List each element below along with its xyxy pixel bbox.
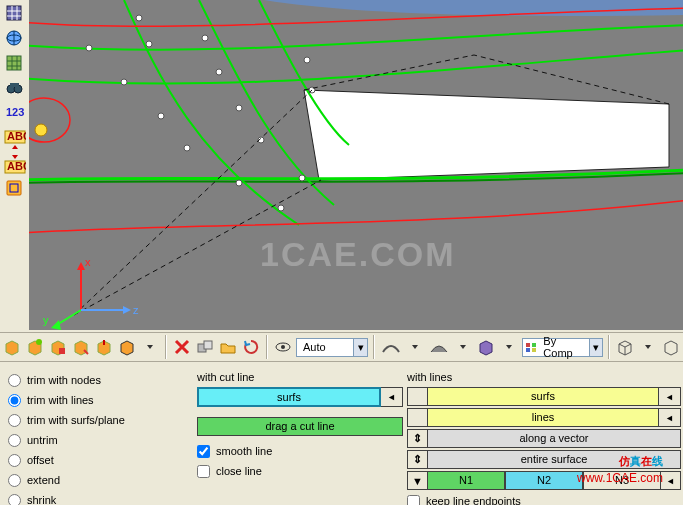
radio-extend[interactable]: extend xyxy=(6,471,189,489)
svg-point-29 xyxy=(236,180,242,186)
svg-text:y: y xyxy=(43,314,49,326)
svg-rect-0 xyxy=(7,6,21,20)
dd4-icon[interactable] xyxy=(499,336,519,358)
box-orange-icon[interactable] xyxy=(2,336,22,358)
svg-point-20 xyxy=(202,35,208,41)
auto-combo[interactable]: Auto ▾ xyxy=(296,338,368,357)
folder-icon[interactable] xyxy=(218,336,238,358)
svg-text:x: x xyxy=(85,256,91,268)
svg-point-23 xyxy=(304,57,310,63)
dd-icon[interactable] xyxy=(140,336,160,358)
options-panel: trim with nodes trim with lines trim wit… xyxy=(0,363,683,505)
keep-endpoints-check[interactable]: keep line endpoints xyxy=(407,492,681,505)
surfs-button[interactable]: surfs xyxy=(197,387,381,407)
svg-point-17 xyxy=(35,124,47,136)
select-box-icon[interactable] xyxy=(3,177,27,201)
radio-untrim[interactable]: untrim xyxy=(6,431,189,449)
cube-purple-icon[interactable] xyxy=(476,336,496,358)
box3-icon[interactable] xyxy=(48,336,68,358)
svg-point-32 xyxy=(136,15,142,21)
wire2-icon[interactable] xyxy=(661,336,681,358)
bycomp-combo-label: By Comp xyxy=(537,334,589,360)
surfs-button-2[interactable]: surfs xyxy=(427,387,659,406)
bycomp-combo[interactable]: By Comp ▾ xyxy=(522,338,603,357)
binoculars-icon[interactable] xyxy=(3,77,27,101)
abc-up-icon[interactable]: ABC xyxy=(3,152,27,176)
svg-text:ABC: ABC xyxy=(7,160,26,172)
updown-toggle[interactable]: ⇕ xyxy=(407,429,427,448)
chevron-down-icon[interactable]: ▾ xyxy=(589,339,602,356)
svg-point-30 xyxy=(299,175,305,181)
updown-toggle[interactable]: ⇕ xyxy=(407,450,427,469)
lines-button[interactable]: lines xyxy=(427,408,659,427)
radio-offset[interactable]: offset xyxy=(6,451,189,469)
radio-column: trim with nodes trim with lines trim wit… xyxy=(0,363,195,505)
svg-point-22 xyxy=(216,69,222,75)
mesh-icon[interactable] xyxy=(3,52,27,76)
svg-point-31 xyxy=(278,205,284,211)
smooth-line-check[interactable]: smooth line xyxy=(197,442,403,460)
cubes-icon[interactable] xyxy=(195,336,215,358)
arc2-icon[interactable] xyxy=(428,336,450,358)
svg-point-46 xyxy=(36,339,42,345)
svg-rect-49 xyxy=(204,341,212,349)
svg-rect-52 xyxy=(526,343,530,347)
svg-marker-15 xyxy=(304,90,669,180)
refresh-icon[interactable] xyxy=(241,336,261,358)
horizontal-toolbar: Auto ▾ By Comp ▾ xyxy=(0,332,683,362)
n1-button[interactable]: N1 xyxy=(427,471,505,490)
with-lines-column: with lines surfs ◄ lines ◄ ⇕ along a vec… xyxy=(405,363,683,505)
eye-icon[interactable] xyxy=(273,336,293,358)
svg-rect-55 xyxy=(532,348,536,352)
box5-icon[interactable] xyxy=(94,336,114,358)
abc-down-icon[interactable]: ABC xyxy=(3,127,27,151)
svg-rect-54 xyxy=(526,348,530,352)
numbers-123-icon[interactable]: 123 xyxy=(3,102,27,126)
grid-icon[interactable] xyxy=(3,2,27,26)
dropdown-toggle[interactable]: ▼ xyxy=(407,471,427,490)
entire-surface-button[interactable]: entire surface xyxy=(427,450,681,469)
selector-toggle[interactable]: ◄ xyxy=(659,408,681,427)
svg-point-51 xyxy=(281,345,285,349)
dd5-icon[interactable] xyxy=(638,336,658,358)
along-vector-button[interactable]: along a vector xyxy=(427,429,681,448)
radio-trim-surfs[interactable]: trim with surfs/plane xyxy=(6,411,189,429)
box2-icon[interactable] xyxy=(25,336,45,358)
svg-text:z: z xyxy=(133,304,139,316)
x-red-icon[interactable] xyxy=(172,336,192,358)
svg-rect-6 xyxy=(10,83,19,87)
selector-toggle[interactable]: ◄ xyxy=(661,471,681,490)
selector-toggle[interactable]: ◄ xyxy=(381,387,403,407)
viewport-3d[interactable]: x y z xyxy=(29,0,683,330)
svg-point-27 xyxy=(184,145,190,151)
with-cut-line-column: with cut line surfs ◄ drag a cut line sm… xyxy=(195,363,405,505)
with-cut-line-header: with cut line xyxy=(197,371,403,383)
chevron-down-icon[interactable]: ▾ xyxy=(353,339,367,356)
wire-cube-icon[interactable] xyxy=(615,336,635,358)
svg-point-21 xyxy=(121,79,127,85)
arc-icon[interactable] xyxy=(380,336,402,358)
svg-rect-47 xyxy=(59,348,65,354)
svg-rect-53 xyxy=(532,343,536,347)
with-lines-header: with lines xyxy=(407,371,681,383)
n3-button[interactable]: N3 xyxy=(583,471,661,490)
radio-trim-lines[interactable]: trim with lines xyxy=(6,391,189,409)
box4-icon[interactable] xyxy=(71,336,91,358)
svg-point-24 xyxy=(158,113,164,119)
radio-trim-nodes[interactable]: trim with nodes xyxy=(6,371,189,389)
selector-toggle[interactable]: ◄ xyxy=(659,387,681,406)
globe-icon[interactable] xyxy=(3,27,27,51)
auto-combo-label: Auto xyxy=(297,340,332,354)
svg-text:123: 123 xyxy=(6,106,24,118)
svg-point-19 xyxy=(146,41,152,47)
dd3-icon[interactable] xyxy=(453,336,473,358)
svg-rect-3 xyxy=(7,56,21,70)
n2-button[interactable]: N2 xyxy=(505,471,583,490)
box6-icon[interactable] xyxy=(117,336,137,358)
left-toolbar: 123 ABC ABC xyxy=(0,0,29,330)
drag-cut-line-button[interactable]: drag a cut line xyxy=(197,417,403,436)
radio-shrink[interactable]: shrink xyxy=(6,491,189,505)
dd2-icon[interactable] xyxy=(405,336,425,358)
svg-text:ABC: ABC xyxy=(7,130,26,142)
close-line-check[interactable]: close line xyxy=(197,462,403,480)
